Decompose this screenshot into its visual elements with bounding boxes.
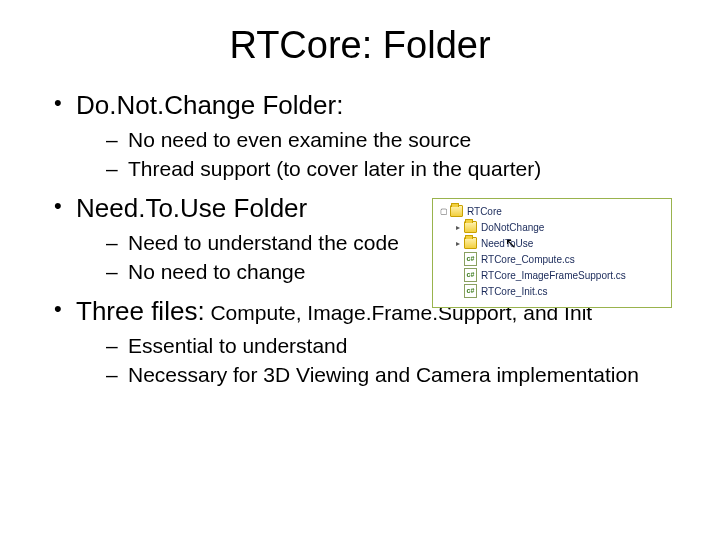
- bullet-label: Do.Not.Change Folder:: [76, 90, 343, 120]
- tree-label: DoNotChange: [481, 222, 544, 233]
- sub-item: Essential to understand: [106, 332, 670, 359]
- tree-row-folder: ▸ DoNotChange: [439, 219, 667, 235]
- sub-list: Essential to understand Necessary for 3D…: [76, 332, 670, 389]
- bullet-item: Three files: Compute, Image.Frame.Suppor…: [50, 295, 670, 388]
- slide-title: RTCore: Folder: [50, 24, 670, 67]
- tree-row-root: ▢ RTCore: [439, 203, 667, 219]
- bullet-item: Do.Not.Change Folder: No need to even ex…: [50, 89, 670, 182]
- sub-item: Necessary for 3D Viewing and Camera impl…: [106, 361, 670, 388]
- bullet-label: Three files:: [76, 296, 205, 326]
- tree-row-file: c# RTCore_Init.cs: [439, 283, 667, 299]
- cs-file-icon: c#: [464, 253, 477, 265]
- cs-file-icon: c#: [464, 269, 477, 281]
- cs-file-icon: c#: [464, 285, 477, 297]
- bullet-label: Need.To.Use Folder: [76, 193, 307, 223]
- tree-label: RTCore_Compute.cs: [481, 254, 575, 265]
- tree-label: RTCore_ImageFrameSupport.cs: [481, 270, 626, 281]
- sub-list: No need to even examine the source Threa…: [76, 126, 670, 183]
- tree-row-file: c# RTCore_Compute.cs: [439, 251, 667, 267]
- expand-icon: ▸: [453, 239, 462, 248]
- tree-label: RTCore_Init.cs: [481, 286, 548, 297]
- folder-icon: [450, 205, 463, 217]
- collapse-icon: ▢: [439, 207, 448, 216]
- folder-icon: [464, 221, 477, 233]
- expand-icon: ▸: [453, 223, 462, 232]
- sub-item: No need to even examine the source: [106, 126, 670, 153]
- tree-label: NeedToUse: [481, 238, 533, 249]
- tree-row-folder: ▸ NeedToUse: [439, 235, 667, 251]
- tree-label: RTCore: [467, 206, 502, 217]
- sub-item: Thread support (to cover later in the qu…: [106, 155, 670, 182]
- file-tree-panel: ▢ RTCore ▸ DoNotChange ▸ NeedToUse c# RT…: [432, 198, 672, 308]
- slide: RTCore: Folder Do.Not.Change Folder: No …: [0, 0, 720, 540]
- tree-row-file: c# RTCore_ImageFrameSupport.cs: [439, 267, 667, 283]
- folder-icon: [464, 237, 477, 249]
